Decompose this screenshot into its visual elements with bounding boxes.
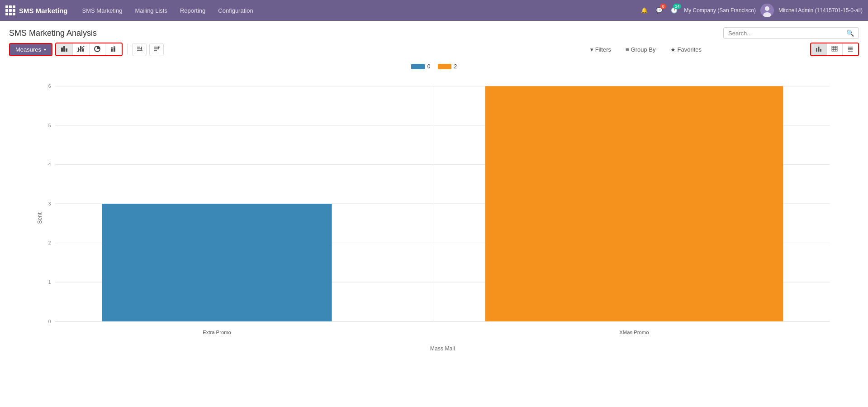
view-group bbox=[810, 43, 859, 56]
svg-text:4: 4 bbox=[48, 162, 51, 167]
bar-xmas-promo[interactable] bbox=[485, 86, 783, 321]
toolbar: Measures ▾ bbox=[0, 39, 868, 60]
nav-mailing-lists[interactable]: Mailing Lists bbox=[129, 5, 173, 17]
nav-configuration[interactable]: Configuration bbox=[213, 5, 258, 17]
company-name[interactable]: My Company (San Francisco) bbox=[684, 7, 756, 14]
group-by-button[interactable]: ≡ Group By bbox=[622, 44, 659, 55]
svg-rect-5 bbox=[66, 48, 67, 52]
chat-icon[interactable]: 💬 8 bbox=[654, 5, 664, 15]
svg-text:5: 5 bbox=[48, 123, 51, 128]
page-header: SMS Marketing Analysis 🔍 bbox=[0, 21, 868, 39]
page-title: SMS Marketing Analysis bbox=[9, 29, 97, 38]
legend-label-1: 2 bbox=[454, 63, 457, 70]
filters-label: Filters bbox=[595, 46, 611, 53]
svg-rect-24 bbox=[832, 46, 837, 48]
order-desc-button[interactable] bbox=[149, 43, 164, 56]
bell-icon[interactable]: 🔔 bbox=[639, 5, 650, 15]
avatar[interactable] bbox=[760, 4, 774, 17]
search-box: 🔍 bbox=[723, 27, 859, 39]
nav-right: 🔔 💬 8 🕐 24 My Company (San Francisco) Mi… bbox=[639, 4, 863, 17]
toolbar-left: Measures ▾ bbox=[9, 43, 164, 56]
y-axis-label: Sent bbox=[37, 212, 43, 224]
group-by-label: Group By bbox=[631, 46, 656, 53]
measures-label: Measures bbox=[15, 46, 41, 53]
group-by-icon: ≡ bbox=[626, 46, 629, 53]
nav-reporting[interactable]: Reporting bbox=[175, 5, 211, 17]
legend-item-0: 0 bbox=[411, 63, 431, 70]
svg-rect-8 bbox=[82, 48, 84, 52]
stack-chart-button[interactable] bbox=[105, 43, 122, 55]
favorites-label: Favorites bbox=[678, 46, 702, 53]
apps-icon[interactable] bbox=[5, 5, 15, 15]
nav-sms-marketing[interactable]: SMS Marketing bbox=[77, 5, 128, 17]
bar-label-xmas-promo: XMas Promo bbox=[619, 330, 649, 335]
graph-view-button[interactable] bbox=[811, 43, 827, 55]
chart-area: 0 2 Sent 6 5 4 bbox=[0, 60, 868, 363]
svg-text:6: 6 bbox=[48, 84, 51, 89]
pie-chart-button[interactable] bbox=[90, 43, 105, 55]
legend-item-1: 2 bbox=[438, 63, 457, 70]
toolbar-separator bbox=[127, 44, 128, 55]
list-view-button[interactable] bbox=[843, 43, 858, 55]
bar-label-extra-promo: Extra Promo bbox=[203, 330, 231, 335]
svg-rect-14 bbox=[114, 46, 115, 48]
bar-chart-button[interactable] bbox=[56, 43, 73, 55]
nav-links: SMS Marketing Mailing Lists Reporting Co… bbox=[77, 5, 640, 17]
measures-arrow-icon: ▾ bbox=[44, 47, 46, 52]
measures-button[interactable]: Measures ▾ bbox=[9, 43, 52, 56]
svg-rect-21 bbox=[816, 48, 817, 52]
svg-point-1 bbox=[765, 6, 769, 11]
svg-rect-4 bbox=[63, 46, 65, 52]
line-chart-button[interactable] bbox=[73, 43, 90, 55]
svg-rect-12 bbox=[111, 47, 113, 49]
filters-button[interactable]: ▾ Filters bbox=[587, 44, 615, 55]
svg-text:0: 0 bbox=[48, 319, 51, 324]
bar-extra-promo[interactable] bbox=[102, 204, 332, 321]
clock-badge: 24 bbox=[673, 4, 681, 9]
svg-rect-23 bbox=[820, 49, 821, 52]
svg-rect-26 bbox=[832, 50, 837, 51]
svg-rect-22 bbox=[818, 47, 820, 52]
svg-rect-11 bbox=[111, 49, 113, 52]
order-asc-button[interactable] bbox=[132, 43, 147, 56]
chart-legend: 0 2 bbox=[9, 60, 859, 73]
svg-text:2: 2 bbox=[48, 240, 51, 245]
svg-rect-3 bbox=[61, 48, 63, 52]
legend-color-0 bbox=[411, 64, 425, 69]
svg-text:3: 3 bbox=[48, 201, 51, 206]
favorites-button[interactable]: ★ Favorites bbox=[667, 44, 705, 55]
search-input[interactable] bbox=[728, 30, 846, 37]
chat-badge: 8 bbox=[660, 4, 666, 9]
svg-rect-13 bbox=[114, 48, 115, 52]
svg-text:1: 1 bbox=[48, 280, 51, 285]
legend-color-1 bbox=[438, 64, 451, 69]
legend-label-0: 0 bbox=[427, 63, 431, 70]
chart-container: Sent 6 5 4 3 2 1 bbox=[9, 73, 859, 363]
star-icon: ★ bbox=[670, 46, 676, 53]
svg-rect-25 bbox=[832, 48, 837, 49]
page-content: SMS Marketing Analysis 🔍 Measures ▾ bbox=[0, 21, 868, 407]
table-view-button[interactable] bbox=[827, 43, 843, 55]
search-icon[interactable]: 🔍 bbox=[846, 29, 854, 37]
filter-icon: ▾ bbox=[590, 46, 593, 53]
clock-icon[interactable]: 🕐 24 bbox=[669, 5, 679, 15]
app-brand[interactable]: SMS Marketing bbox=[5, 5, 68, 15]
navbar: SMS Marketing SMS Marketing Mailing List… bbox=[0, 0, 868, 21]
chart-type-group bbox=[55, 43, 123, 56]
app-title: SMS Marketing bbox=[19, 7, 68, 14]
x-axis-label: Mass Mail bbox=[430, 345, 455, 352]
toolbar-right-section: ▾ Filters ≡ Group By ★ Favorites bbox=[587, 43, 859, 56]
user-name[interactable]: Mitchell Admin (11415701-15-0-all) bbox=[778, 7, 863, 14]
